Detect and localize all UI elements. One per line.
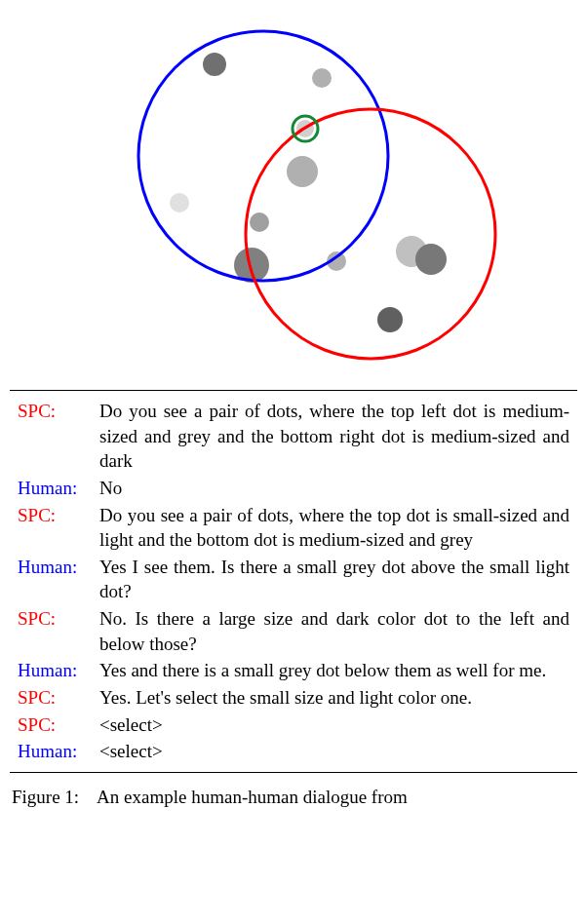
speaker-cell: SPC: — [10, 684, 99, 712]
speaker-cell: SPC: — [10, 502, 99, 554]
blue-view-circle — [138, 31, 388, 281]
dialogue-row: Human:<select> — [10, 738, 577, 772]
red-view-circle — [246, 109, 495, 359]
utterance-cell: <select> — [99, 738, 577, 772]
dialogue-table: SPC:Do you see a pair of dots, where the… — [10, 390, 577, 773]
speaker-cell: Human: — [10, 554, 99, 605]
utterance-cell: No. Is there a large size and dark color… — [99, 605, 577, 657]
dialogue-row: SPC:Yes. Let's select the small size and… — [10, 684, 577, 712]
dialogue-row: SPC:No. Is there a large size and dark c… — [10, 605, 577, 657]
dot-9 — [415, 244, 447, 275]
human-label: Human: — [18, 660, 77, 680]
spc-label: SPC: — [18, 401, 56, 421]
utterance-cell: <select> — [99, 712, 577, 739]
dot-5 — [250, 212, 269, 232]
utterance-cell: Yes. Let's select the small size and lig… — [99, 684, 577, 712]
dot-1 — [312, 68, 332, 88]
human-label: Human: — [18, 741, 77, 761]
dialogue-row: SPC:Do you see a pair of dots, where the… — [10, 502, 577, 554]
dialogue-row: Human:Yes I see them. Is there a small g… — [10, 554, 577, 605]
utterance-cell: Do you see a pair of dots, where the top… — [99, 391, 577, 475]
dialogue-row: SPC:Do you see a pair of dots, where the… — [10, 391, 577, 475]
utterance-cell: Yes I see them. Is there a small grey do… — [99, 554, 577, 605]
dot-diagram-svg — [10, 10, 577, 380]
caption-prefix: Figure 1: — [12, 787, 79, 807]
dot-0 — [203, 53, 226, 76]
figure-caption: Figure 1: An example human-human dialogu… — [10, 787, 577, 808]
dot-10 — [377, 307, 403, 332]
spc-label: SPC: — [18, 608, 56, 629]
spc-label: SPC: — [18, 687, 56, 708]
dot-3 — [287, 156, 318, 187]
human-label: Human: — [18, 557, 77, 577]
spc-label: SPC: — [18, 714, 56, 735]
dot-4 — [170, 193, 189, 212]
speaker-cell: SPC: — [10, 391, 99, 475]
caption-rest: An example human-human dialogue from — [97, 787, 408, 807]
speaker-cell: Human: — [10, 657, 99, 684]
caption-text — [84, 787, 97, 807]
dialogue-row: Human:Yes and there is a small grey dot … — [10, 657, 577, 684]
speaker-cell: Human: — [10, 475, 99, 502]
speaker-cell: SPC: — [10, 605, 99, 657]
dialogue-row: SPC:<select> — [10, 712, 577, 739]
human-label: Human: — [18, 478, 77, 498]
figure-container: SPC:Do you see a pair of dots, where the… — [10, 10, 577, 808]
utterance-cell: Do you see a pair of dots, where the top… — [99, 502, 577, 554]
speaker-cell: Human: — [10, 738, 99, 772]
utterance-cell: Yes and there is a small grey dot below … — [99, 657, 577, 684]
dot-diagram — [10, 10, 577, 380]
utterance-cell: No — [99, 475, 577, 502]
dialogue-row: Human:No — [10, 475, 577, 502]
speaker-cell: SPC: — [10, 712, 99, 739]
spc-label: SPC: — [18, 505, 56, 525]
